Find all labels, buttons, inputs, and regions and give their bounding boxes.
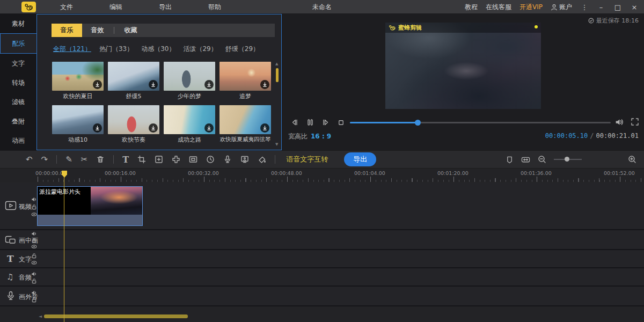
volume-icon[interactable]: [614, 118, 624, 127]
mute-track-icon[interactable]: [31, 196, 37, 202]
music-thumbnail[interactable]: [52, 105, 104, 134]
menu-export[interactable]: 导出: [159, 0, 172, 14]
mosaic-button[interactable]: [189, 155, 197, 164]
hide-track-icon[interactable]: [31, 260, 37, 266]
marker-button[interactable]: [506, 156, 514, 164]
timeline-zoom-slider[interactable]: [554, 159, 582, 160]
zoom-slider-knob[interactable]: [565, 157, 569, 162]
category-soothing[interactable]: 舒缓（29）: [225, 45, 259, 54]
close-button[interactable]: ×: [630, 3, 639, 11]
scrollbar-thumb[interactable]: [276, 68, 279, 82]
tab-favorites[interactable]: 收藏: [115, 24, 146, 37]
track-voiceover[interactable]: 画外音: [0, 287, 644, 306]
music-scrollbar[interactable]: ▲ ▼: [275, 63, 280, 145]
category-lively[interactable]: 活泼（29）: [183, 45, 217, 54]
category-all[interactable]: 全部（121）: [53, 45, 91, 54]
tab-sound-effects[interactable]: 音效: [82, 24, 113, 37]
split-screen-button[interactable]: [172, 155, 180, 164]
music-thumbnail[interactable]: [52, 62, 104, 91]
music-item[interactable]: 追梦: [219, 62, 271, 100]
sidebar-item-overlay[interactable]: 叠附: [0, 112, 36, 131]
mute-track-icon[interactable]: [31, 231, 37, 237]
stop-button[interactable]: [337, 119, 345, 127]
timeline-panel[interactable]: 00:00:00.00 00:00:16.00 00:00:32.00 00:0…: [0, 169, 644, 322]
scroll-up-icon[interactable]: ▲: [275, 62, 278, 66]
export-button[interactable]: 导出: [344, 152, 376, 166]
record-voice-button[interactable]: [223, 155, 232, 164]
zoom-in-button[interactable]: [628, 155, 636, 164]
redo-button[interactable]: ↷: [41, 155, 48, 164]
music-thumbnail[interactable]: [164, 105, 215, 134]
timeline-ruler[interactable]: [38, 177, 644, 182]
crop-button[interactable]: [137, 155, 146, 164]
music-thumbnail[interactable]: [164, 62, 215, 91]
track-video[interactable]: 视频 派拉蒙电影片头: [0, 182, 644, 230]
previous-frame-button[interactable]: [290, 118, 299, 127]
music-item[interactable]: 舒缓5: [108, 62, 159, 100]
sidebar-item-animation[interactable]: 动画: [0, 131, 36, 150]
download-button[interactable]: [93, 80, 102, 89]
timeline-clip[interactable]: 派拉蒙电影片头: [37, 186, 143, 226]
download-button[interactable]: [149, 80, 158, 89]
speech-text-convert-button[interactable]: 语音文字互转: [286, 155, 328, 164]
music-item[interactable]: 动感10: [52, 105, 104, 144]
style-fill-button[interactable]: [258, 155, 266, 164]
music-thumbnail[interactable]: [219, 62, 271, 91]
menu-file[interactable]: 文件: [60, 0, 73, 14]
sidebar-item-text[interactable]: 文字: [0, 54, 36, 73]
pause-button[interactable]: [306, 118, 314, 127]
music-thumbnail[interactable]: [108, 105, 159, 134]
download-button[interactable]: [149, 123, 158, 133]
hide-track-icon[interactable]: [31, 211, 37, 217]
music-item[interactable]: 欢快节奏: [108, 105, 159, 144]
fullscreen-icon[interactable]: [631, 118, 639, 126]
lock-track-icon[interactable]: [31, 237, 37, 243]
aspect-ratio[interactable]: 宽高比16 : 9: [288, 132, 331, 141]
download-button[interactable]: [260, 123, 269, 133]
music-item[interactable]: 成功之路: [164, 105, 215, 144]
scroll-down-icon[interactable]: ▼: [275, 142, 278, 147]
category-hot[interactable]: 热门（33）: [99, 45, 133, 54]
sidebar-item-transition[interactable]: 转场: [0, 73, 36, 92]
duration-button[interactable]: [206, 155, 215, 164]
seek-bar-knob[interactable]: [415, 120, 421, 126]
music-item[interactable]: 欢快版夏威夷四弦琴: [219, 105, 271, 144]
zoom-frame-button[interactable]: [155, 155, 163, 164]
music-thumbnail[interactable]: [219, 105, 271, 134]
menu-edit[interactable]: 编辑: [109, 0, 122, 14]
sidebar-item-media[interactable]: 素材: [0, 14, 36, 33]
track-audio[interactable]: ♫ 音频: [0, 268, 644, 287]
download-button[interactable]: [204, 123, 214, 133]
hide-track-icon[interactable]: [31, 244, 37, 250]
lock-track-icon[interactable]: [31, 278, 37, 284]
download-button[interactable]: [204, 80, 214, 89]
lock-track-icon[interactable]: [31, 253, 37, 259]
sidebar-item-music[interactable]: 配乐: [0, 33, 36, 54]
minimize-button[interactable]: –: [597, 3, 605, 11]
tutorial-link[interactable]: 教程: [465, 3, 478, 12]
tab-music[interactable]: 音乐: [52, 24, 82, 37]
fit-timeline-button[interactable]: [521, 156, 530, 164]
zoom-out-button[interactable]: [538, 155, 546, 164]
music-item[interactable]: 少年的梦: [164, 62, 215, 100]
edit-button[interactable]: ✎: [65, 155, 72, 164]
text-tool-button[interactable]: T: [122, 155, 129, 165]
vip-button[interactable]: 开通VIP: [519, 3, 543, 12]
sidebar-item-filter[interactable]: 滤镜: [0, 92, 36, 112]
delete-button[interactable]: [96, 155, 105, 164]
download-button[interactable]: [260, 80, 269, 89]
more-menu-icon[interactable]: ⋮: [580, 3, 589, 11]
music-item[interactable]: 欢快的夏日: [52, 62, 104, 100]
timeline-hscrollbar[interactable]: [44, 314, 188, 318]
next-frame-button[interactable]: [321, 118, 330, 127]
seek-bar[interactable]: [350, 122, 611, 123]
mute-track-icon[interactable]: [31, 271, 37, 277]
undo-button[interactable]: ↶: [26, 155, 33, 164]
maximize-button[interactable]: □: [613, 3, 622, 11]
download-button[interactable]: [93, 123, 102, 133]
hscroll-left-icon[interactable]: ◄: [39, 314, 42, 319]
category-dynamic[interactable]: 动感（30）: [141, 45, 175, 54]
track-text[interactable]: T 文字: [0, 250, 644, 268]
mute-track-icon[interactable]: [31, 290, 37, 296]
playhead-line[interactable]: [64, 177, 64, 322]
